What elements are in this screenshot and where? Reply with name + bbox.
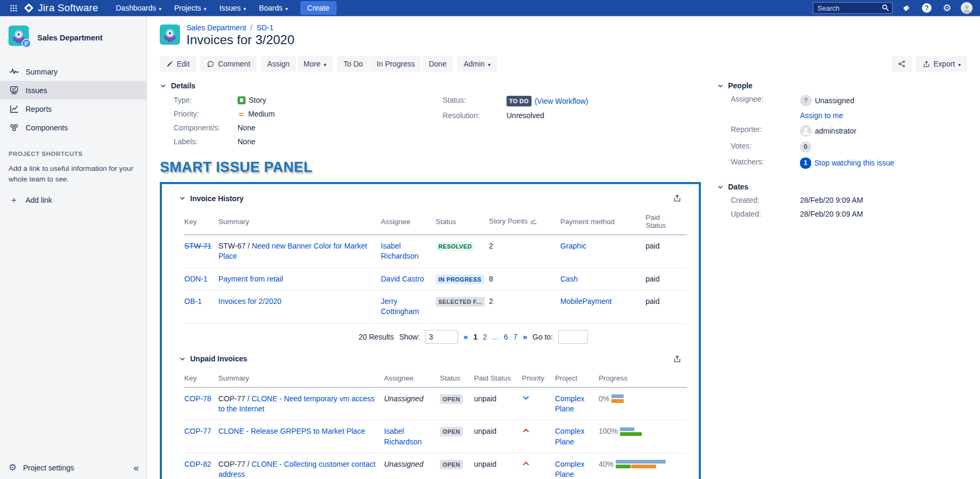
assign-to-me-link[interactable]: Assign to me — [800, 111, 843, 120]
comment-button[interactable]: Comment — [200, 56, 257, 72]
payment-method-link[interactable]: Graphic — [560, 242, 586, 250]
column-header-project[interactable]: Project — [555, 371, 599, 387]
column-header-paid-status[interactable]: Paid Status — [474, 371, 522, 387]
details-section-header[interactable]: Details — [160, 81, 709, 90]
assignee-link[interactable]: Isabel Richardson — [384, 427, 422, 445]
column-header-status[interactable]: Status — [436, 210, 489, 235]
view-workflow-link[interactable]: (View Workflow) — [535, 97, 589, 106]
issue-key-link[interactable]: STW-71 — [184, 242, 211, 250]
issue-key-link[interactable]: COP-78 — [184, 394, 211, 403]
issue-summary-link[interactable]: Invoices for 2/2020 — [218, 297, 281, 305]
unpaid-invoices-header[interactable]: Unpaid Invoices — [179, 354, 682, 364]
issue-key-link[interactable]: COP-82 — [184, 460, 211, 468]
collapse-sidebar-icon[interactable]: « — [133, 463, 139, 473]
payment-method-link[interactable]: MobilePayment — [560, 297, 612, 305]
issue-key-link[interactable]: OB-1 — [184, 297, 202, 305]
assignee-link[interactable]: David Castro — [381, 275, 424, 283]
issue-key-link[interactable]: ODN-1 — [184, 275, 208, 283]
create-button[interactable]: Create — [300, 1, 337, 15]
components-value: None — [238, 123, 255, 133]
search-input[interactable] — [813, 2, 893, 14]
nav-boards[interactable]: Boards▾ — [254, 1, 292, 15]
export-panel-icon[interactable] — [673, 194, 682, 203]
column-header-key[interactable]: Key — [184, 371, 218, 387]
page-link[interactable]: 2 — [483, 333, 487, 341]
column-header-priority[interactable]: Priority — [522, 371, 555, 387]
page-link[interactable]: 7 — [513, 333, 518, 341]
sidebar-item-issues[interactable]: Issues — [0, 81, 146, 100]
nav-issues[interactable]: Issues▾ — [215, 1, 251, 15]
admin-button[interactable]: Admin▾ — [457, 56, 497, 72]
column-header-assignee[interactable]: Assignee — [384, 371, 440, 387]
help-icon[interactable]: ? — [920, 2, 933, 14]
nav-dashboards[interactable]: Dashboards▾ — [111, 1, 166, 15]
project-settings-link[interactable]: Project settings — [23, 464, 74, 472]
reporter-label: Reporter: — [731, 125, 800, 137]
prev-page-button[interactable]: « — [463, 332, 468, 341]
more-button[interactable]: More▾ — [297, 56, 333, 72]
edit-button[interactable]: Edit — [160, 56, 196, 72]
progress-indicator: 100% — [599, 426, 682, 436]
goto-input[interactable] — [558, 330, 588, 344]
table-row: ODN-1Payment from retailDavid CastroIN P… — [184, 268, 687, 290]
add-link-button[interactable]: ＋ Add link — [9, 194, 138, 206]
people-section-header[interactable]: People — [717, 81, 967, 90]
column-header-summary[interactable]: Summary — [218, 371, 384, 387]
column-header-progress[interactable]: Progress — [599, 371, 687, 387]
payment-method-link[interactable]: Cash — [560, 275, 578, 283]
jira-logo[interactable]: Jira Software — [23, 2, 98, 14]
column-header-summary[interactable]: Summary — [218, 210, 381, 235]
dates-section-header[interactable]: Dates — [717, 183, 967, 191]
export-panel-icon[interactable] — [673, 354, 682, 364]
watchers-badge[interactable]: 1 — [800, 158, 811, 169]
column-header-story-points[interactable]: Story Points — [489, 210, 560, 235]
column-header-payment-method[interactable]: Payment method — [560, 210, 646, 235]
announcements-icon[interactable] — [900, 2, 913, 14]
paid-status-value: paid — [646, 235, 687, 268]
next-page-button[interactable]: » — [523, 332, 527, 341]
column-header-assignee[interactable]: Assignee — [381, 210, 436, 235]
issue-summary-link[interactable]: CLONE - Release GRPEPS to Market Place — [218, 427, 365, 435]
app-switcher-icon[interactable] — [6, 1, 20, 15]
summary-prefix: COP-77 / — [218, 460, 251, 468]
progress-bar-blue — [620, 427, 634, 431]
sidebar-item-reports[interactable]: Reports — [0, 100, 146, 118]
status-label: Status: — [443, 96, 507, 106]
status-lozenge: TO DO — [507, 96, 532, 106]
sidebar-item-components[interactable]: Components — [0, 118, 146, 137]
page-title: Invoices for 3/2020 — [186, 32, 295, 47]
issue-summary-link[interactable]: Payment from retail — [218, 275, 283, 283]
column-header-key[interactable]: Key — [184, 210, 218, 235]
nav-projects[interactable]: Projects▾ — [169, 1, 211, 15]
assignee-link[interactable]: Jerry Cottingham — [381, 297, 419, 316]
issue-key-link[interactable]: COP-77 — [184, 427, 211, 435]
column-header-status[interactable]: Status — [440, 371, 474, 387]
search-icon[interactable] — [881, 4, 889, 13]
project-link[interactable]: Complex Plane — [555, 427, 584, 445]
goto-label: Go to: — [533, 333, 553, 341]
show-input[interactable] — [425, 330, 458, 344]
settings-gear-icon[interactable]: ⚙ — [941, 2, 953, 14]
page-link[interactable]: 6 — [504, 333, 508, 341]
project-link[interactable]: Complex Plane — [555, 394, 584, 413]
done-transition-button[interactable]: Done — [422, 56, 453, 72]
export-button[interactable]: Export ▾ — [916, 56, 968, 72]
column-header-paid-status[interactable]: Paid Status — [646, 210, 687, 235]
project-shortcuts-description: Add a link to useful information for you… — [9, 163, 138, 184]
assignee-link[interactable]: Isabel Richardson — [381, 242, 419, 260]
project-link[interactable]: Complex Plane — [555, 460, 584, 478]
votes-badge[interactable]: 0 — [800, 142, 811, 153]
breadcrumb-project-link[interactable]: Sales Department — [186, 23, 246, 32]
sidebar-item-summary[interactable]: Summary — [0, 62, 146, 81]
assign-button[interactable]: Assign — [261, 56, 296, 72]
stop-watching-link[interactable]: Stop watching this issue — [814, 159, 894, 168]
inprogress-transition-button[interactable]: In Progress — [370, 56, 421, 72]
priority-value: Medium — [238, 110, 275, 119]
share-button[interactable] — [892, 56, 912, 72]
todo-transition-button[interactable]: To Do — [337, 56, 370, 72]
breadcrumb-issue-link[interactable]: SD-1 — [257, 23, 274, 32]
invoice-history-header[interactable]: Invoice History — [179, 194, 682, 203]
smart-issue-panel: Invoice History KeySummaryAssigneeStatus… — [160, 182, 701, 479]
status-lozenge: SELECTED F... — [436, 297, 485, 307]
user-avatar[interactable] — [961, 2, 973, 14]
